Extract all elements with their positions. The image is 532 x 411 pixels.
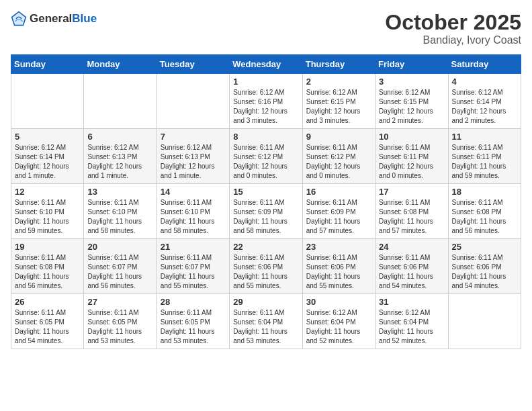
day-info: Sunrise: 6:11 AM Sunset: 6:10 PM Dayligh… — [87, 198, 152, 236]
calendar-cell — [157, 74, 229, 129]
day-info: Sunrise: 6:11 AM Sunset: 6:10 PM Dayligh… — [15, 198, 80, 236]
calendar-cell: 24Sunrise: 6:11 AM Sunset: 6:06 PM Dayli… — [375, 239, 448, 294]
day-number: 19 — [15, 242, 80, 252]
day-number: 12 — [15, 187, 80, 197]
day-number: 2 — [306, 77, 371, 87]
day-info: Sunrise: 6:11 AM Sunset: 6:08 PM Dayligh… — [452, 198, 517, 236]
day-info: Sunrise: 6:11 AM Sunset: 6:05 PM Dayligh… — [161, 308, 226, 346]
calendar-cell: 28Sunrise: 6:11 AM Sunset: 6:05 PM Dayli… — [157, 294, 229, 349]
calendar-week-1: 1Sunrise: 6:12 AM Sunset: 6:16 PM Daylig… — [11, 74, 521, 129]
logo-blue: Blue — [72, 12, 97, 25]
day-number: 16 — [306, 187, 371, 197]
calendar-subtitle: Bandiay, Ivory Coast — [385, 34, 521, 46]
calendar-week-5: 26Sunrise: 6:11 AM Sunset: 6:05 PM Dayli… — [11, 294, 521, 349]
day-info: Sunrise: 6:11 AM Sunset: 6:12 PM Dayligh… — [306, 143, 371, 181]
day-info: Sunrise: 6:12 AM Sunset: 6:15 PM Dayligh… — [379, 88, 444, 126]
calendar-table: SundayMondayTuesdayWednesdayThursdayFrid… — [11, 54, 521, 349]
day-info: Sunrise: 6:11 AM Sunset: 6:09 PM Dayligh… — [306, 198, 371, 236]
calendar-cell: 7Sunrise: 6:12 AM Sunset: 6:13 PM Daylig… — [157, 129, 229, 184]
day-info: Sunrise: 6:11 AM Sunset: 6:06 PM Dayligh… — [452, 253, 517, 291]
calendar-cell: 31Sunrise: 6:12 AM Sunset: 6:04 PM Dayli… — [375, 294, 448, 349]
calendar-cell: 26Sunrise: 6:11 AM Sunset: 6:05 PM Dayli… — [11, 294, 84, 349]
calendar-week-3: 12Sunrise: 6:11 AM Sunset: 6:10 PM Dayli… — [11, 184, 521, 239]
day-info: Sunrise: 6:11 AM Sunset: 6:11 PM Dayligh… — [452, 143, 517, 181]
day-number: 25 — [452, 242, 517, 252]
calendar-cell: 12Sunrise: 6:11 AM Sunset: 6:10 PM Dayli… — [11, 184, 84, 239]
calendar-cell — [11, 74, 84, 129]
day-info: Sunrise: 6:12 AM Sunset: 6:14 PM Dayligh… — [452, 88, 517, 126]
day-info: Sunrise: 6:11 AM Sunset: 6:04 PM Dayligh… — [233, 308, 298, 346]
day-info: Sunrise: 6:11 AM Sunset: 6:06 PM Dayligh… — [379, 253, 444, 291]
calendar-cell: 11Sunrise: 6:11 AM Sunset: 6:11 PM Dayli… — [448, 129, 521, 184]
weekday-header-saturday: Saturday — [448, 55, 521, 74]
weekday-header-friday: Friday — [375, 55, 448, 74]
day-number: 22 — [233, 242, 298, 252]
day-info: Sunrise: 6:11 AM Sunset: 6:07 PM Dayligh… — [87, 253, 152, 291]
day-info: Sunrise: 6:12 AM Sunset: 6:16 PM Dayligh… — [233, 88, 298, 126]
calendar-cell: 29Sunrise: 6:11 AM Sunset: 6:04 PM Dayli… — [230, 294, 302, 349]
day-number: 3 — [379, 77, 444, 87]
day-number: 14 — [161, 187, 226, 197]
day-number: 31 — [379, 297, 444, 307]
calendar-cell: 20Sunrise: 6:11 AM Sunset: 6:07 PM Dayli… — [84, 239, 157, 294]
day-info: Sunrise: 6:11 AM Sunset: 6:05 PM Dayligh… — [15, 308, 80, 346]
calendar-cell: 23Sunrise: 6:11 AM Sunset: 6:06 PM Dayli… — [302, 239, 375, 294]
day-info: Sunrise: 6:12 AM Sunset: 6:15 PM Dayligh… — [306, 88, 371, 126]
day-info: Sunrise: 6:11 AM Sunset: 6:09 PM Dayligh… — [233, 198, 298, 236]
calendar-cell: 8Sunrise: 6:11 AM Sunset: 6:12 PM Daylig… — [230, 129, 302, 184]
calendar-title: October 2025 — [385, 11, 521, 34]
day-info: Sunrise: 6:12 AM Sunset: 6:04 PM Dayligh… — [379, 308, 444, 346]
calendar-cell: 9Sunrise: 6:11 AM Sunset: 6:12 PM Daylig… — [302, 129, 375, 184]
day-number: 15 — [233, 187, 298, 197]
day-info: Sunrise: 6:11 AM Sunset: 6:08 PM Dayligh… — [379, 198, 444, 236]
day-number: 13 — [87, 187, 152, 197]
day-number: 28 — [161, 297, 226, 307]
calendar-cell: 21Sunrise: 6:11 AM Sunset: 6:07 PM Dayli… — [157, 239, 229, 294]
day-info: Sunrise: 6:11 AM Sunset: 6:06 PM Dayligh… — [233, 253, 298, 291]
day-number: 10 — [379, 132, 444, 142]
calendar-cell: 18Sunrise: 6:11 AM Sunset: 6:08 PM Dayli… — [448, 184, 521, 239]
calendar-cell: 27Sunrise: 6:11 AM Sunset: 6:05 PM Dayli… — [84, 294, 157, 349]
day-number: 20 — [87, 242, 152, 252]
day-number: 18 — [452, 187, 517, 197]
weekday-header-tuesday: Tuesday — [157, 55, 229, 74]
calendar-cell: 5Sunrise: 6:12 AM Sunset: 6:14 PM Daylig… — [11, 129, 84, 184]
day-info: Sunrise: 6:11 AM Sunset: 6:12 PM Dayligh… — [233, 143, 298, 181]
day-number: 30 — [306, 297, 371, 307]
logo: GeneralBlue — [11, 11, 97, 27]
weekday-header-sunday: Sunday — [11, 55, 84, 74]
calendar-cell: 17Sunrise: 6:11 AM Sunset: 6:08 PM Dayli… — [375, 184, 448, 239]
day-info: Sunrise: 6:12 AM Sunset: 6:13 PM Dayligh… — [161, 143, 226, 181]
logo-icon — [11, 11, 27, 27]
calendar-cell: 4Sunrise: 6:12 AM Sunset: 6:14 PM Daylig… — [448, 74, 521, 129]
calendar-cell — [448, 294, 521, 349]
weekday-header-wednesday: Wednesday — [230, 55, 302, 74]
weekday-header-row: SundayMondayTuesdayWednesdayThursdayFrid… — [11, 55, 521, 74]
calendar-cell: 19Sunrise: 6:11 AM Sunset: 6:08 PM Dayli… — [11, 239, 84, 294]
day-number: 5 — [15, 132, 80, 142]
calendar-cell: 1Sunrise: 6:12 AM Sunset: 6:16 PM Daylig… — [230, 74, 302, 129]
calendar-cell: 6Sunrise: 6:12 AM Sunset: 6:13 PM Daylig… — [84, 129, 157, 184]
calendar-cell: 15Sunrise: 6:11 AM Sunset: 6:09 PM Dayli… — [230, 184, 302, 239]
weekday-header-thursday: Thursday — [302, 55, 375, 74]
day-info: Sunrise: 6:11 AM Sunset: 6:06 PM Dayligh… — [306, 253, 371, 291]
page-header: GeneralBlue October 2025 Bandiay, Ivory … — [11, 11, 521, 46]
day-number: 1 — [233, 77, 298, 87]
calendar-week-4: 19Sunrise: 6:11 AM Sunset: 6:08 PM Dayli… — [11, 239, 521, 294]
calendar-cell: 14Sunrise: 6:11 AM Sunset: 6:10 PM Dayli… — [157, 184, 229, 239]
day-number: 27 — [87, 297, 152, 307]
day-info: Sunrise: 6:12 AM Sunset: 6:04 PM Dayligh… — [306, 308, 371, 346]
calendar-cell: 25Sunrise: 6:11 AM Sunset: 6:06 PM Dayli… — [448, 239, 521, 294]
day-number: 7 — [161, 132, 226, 142]
day-number: 11 — [452, 132, 517, 142]
calendar-cell: 16Sunrise: 6:11 AM Sunset: 6:09 PM Dayli… — [302, 184, 375, 239]
calendar-cell — [84, 74, 157, 129]
day-number: 6 — [87, 132, 152, 142]
calendar-cell: 13Sunrise: 6:11 AM Sunset: 6:10 PM Dayli… — [84, 184, 157, 239]
calendar-cell: 2Sunrise: 6:12 AM Sunset: 6:15 PM Daylig… — [302, 74, 375, 129]
calendar-cell: 22Sunrise: 6:11 AM Sunset: 6:06 PM Dayli… — [230, 239, 302, 294]
day-number: 26 — [15, 297, 80, 307]
day-number: 8 — [233, 132, 298, 142]
day-info: Sunrise: 6:12 AM Sunset: 6:13 PM Dayligh… — [87, 143, 152, 181]
day-number: 24 — [379, 242, 444, 252]
